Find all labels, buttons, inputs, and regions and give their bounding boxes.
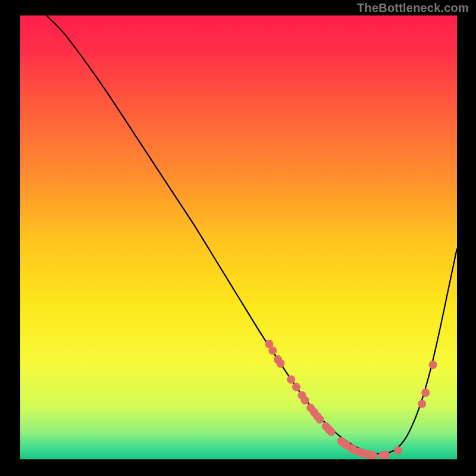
- data-point: [292, 383, 300, 391]
- data-point: [421, 389, 430, 397]
- bottleneck-curve-layer: [20, 15, 457, 459]
- data-point: [327, 428, 336, 436]
- data-point: [287, 375, 295, 384]
- data-point: [418, 400, 426, 408]
- attribution-text: TheBottleneck.com: [357, 1, 469, 15]
- data-point: [276, 359, 284, 368]
- data-point: [394, 446, 402, 455]
- data-point: [369, 451, 377, 459]
- data-points: [265, 340, 437, 459]
- bottleneck-curve: [46, 15, 457, 454]
- data-point: [301, 396, 309, 405]
- data-point: [316, 415, 324, 424]
- data-point: [429, 361, 437, 369]
- data-point: [381, 450, 390, 459]
- chart-plot-area: [20, 15, 457, 459]
- data-point: [268, 346, 277, 355]
